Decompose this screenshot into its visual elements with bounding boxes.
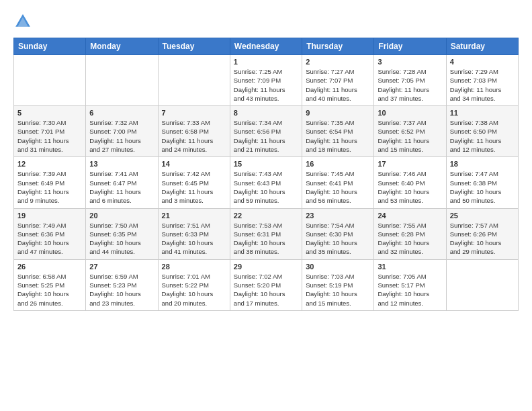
day-header-sunday: Sunday — [14, 38, 86, 55]
day-cell: 9Sunrise: 7:35 AM Sunset: 6:54 PM Daylig… — [302, 106, 374, 157]
day-header-monday: Monday — [86, 38, 158, 55]
day-cell: 2Sunrise: 7:27 AM Sunset: 7:07 PM Daylig… — [302, 55, 374, 106]
day-number: 7 — [162, 109, 226, 117]
day-number: 18 — [450, 160, 515, 168]
day-number: 6 — [89, 109, 154, 117]
day-number: 10 — [378, 109, 442, 117]
day-headers-row: SundayMondayTuesdayWednesdayThursdayFrid… — [14, 38, 519, 55]
day-cell: 12Sunrise: 7:39 AM Sunset: 6:49 PM Dayli… — [14, 157, 86, 208]
day-info: Sunrise: 7:01 AM Sunset: 5:22 PM Dayligh… — [162, 272, 226, 308]
day-header-saturday: Saturday — [446, 38, 518, 55]
day-header-tuesday: Tuesday — [158, 38, 230, 55]
day-info: Sunrise: 7:27 AM Sunset: 7:07 PM Dayligh… — [306, 67, 370, 103]
day-header-thursday: Thursday — [302, 38, 374, 55]
day-info: Sunrise: 7:35 AM Sunset: 6:54 PM Dayligh… — [306, 118, 370, 154]
day-cell: 3Sunrise: 7:28 AM Sunset: 7:05 PM Daylig… — [374, 55, 446, 106]
day-cell: 26Sunrise: 6:58 AM Sunset: 5:25 PM Dayli… — [14, 259, 86, 310]
day-info: Sunrise: 7:50 AM Sunset: 6:35 PM Dayligh… — [89, 221, 154, 257]
day-cell — [86, 55, 158, 106]
day-number: 15 — [234, 160, 298, 168]
day-cell: 24Sunrise: 7:55 AM Sunset: 6:28 PM Dayli… — [374, 208, 446, 259]
day-info: Sunrise: 7:47 AM Sunset: 6:38 PM Dayligh… — [450, 169, 515, 205]
day-cell: 19Sunrise: 7:49 AM Sunset: 6:36 PM Dayli… — [14, 208, 86, 259]
day-cell: 16Sunrise: 7:45 AM Sunset: 6:41 PM Dayli… — [302, 157, 374, 208]
week-row-5: 26Sunrise: 6:58 AM Sunset: 5:25 PM Dayli… — [14, 259, 519, 310]
day-cell: 10Sunrise: 7:37 AM Sunset: 6:52 PM Dayli… — [374, 106, 446, 157]
day-cell: 14Sunrise: 7:42 AM Sunset: 6:45 PM Dayli… — [158, 157, 230, 208]
day-number: 12 — [17, 160, 82, 168]
day-number: 19 — [17, 212, 82, 220]
day-info: Sunrise: 7:42 AM Sunset: 6:45 PM Dayligh… — [162, 169, 226, 205]
day-info: Sunrise: 7:39 AM Sunset: 6:49 PM Dayligh… — [17, 169, 82, 205]
day-info: Sunrise: 7:25 AM Sunset: 7:09 PM Dayligh… — [234, 67, 298, 103]
day-info: Sunrise: 7:03 AM Sunset: 5:19 PM Dayligh… — [306, 272, 370, 308]
day-header-friday: Friday — [374, 38, 446, 55]
day-info: Sunrise: 6:59 AM Sunset: 5:23 PM Dayligh… — [89, 272, 154, 308]
day-header-wednesday: Wednesday — [230, 38, 302, 55]
day-info: Sunrise: 7:05 AM Sunset: 5:17 PM Dayligh… — [378, 272, 442, 308]
day-info: Sunrise: 7:02 AM Sunset: 5:20 PM Dayligh… — [234, 272, 298, 308]
day-info: Sunrise: 7:54 AM Sunset: 6:30 PM Dayligh… — [306, 221, 370, 257]
day-number: 20 — [89, 212, 154, 220]
day-cell: 6Sunrise: 7:32 AM Sunset: 7:00 PM Daylig… — [86, 106, 158, 157]
day-number: 1 — [234, 58, 298, 66]
day-info: Sunrise: 6:58 AM Sunset: 5:25 PM Dayligh… — [17, 272, 82, 308]
day-info: Sunrise: 7:43 AM Sunset: 6:43 PM Dayligh… — [234, 169, 298, 205]
day-number: 8 — [234, 109, 298, 117]
day-info: Sunrise: 7:57 AM Sunset: 6:26 PM Dayligh… — [450, 221, 515, 257]
day-info: Sunrise: 7:38 AM Sunset: 6:50 PM Dayligh… — [450, 118, 515, 154]
day-number: 5 — [17, 109, 82, 117]
day-cell: 23Sunrise: 7:54 AM Sunset: 6:30 PM Dayli… — [302, 208, 374, 259]
logo — [13, 12, 35, 31]
day-cell: 18Sunrise: 7:47 AM Sunset: 6:38 PM Dayli… — [446, 157, 518, 208]
day-cell: 4Sunrise: 7:29 AM Sunset: 7:03 PM Daylig… — [446, 55, 518, 106]
day-cell: 11Sunrise: 7:38 AM Sunset: 6:50 PM Dayli… — [446, 106, 518, 157]
day-cell: 22Sunrise: 7:53 AM Sunset: 6:31 PM Dayli… — [230, 208, 302, 259]
day-cell: 17Sunrise: 7:46 AM Sunset: 6:40 PM Dayli… — [374, 157, 446, 208]
day-number: 27 — [89, 263, 154, 271]
day-number: 29 — [234, 263, 298, 271]
week-row-3: 12Sunrise: 7:39 AM Sunset: 6:49 PM Dayli… — [14, 157, 519, 208]
day-cell: 7Sunrise: 7:33 AM Sunset: 6:58 PM Daylig… — [158, 106, 230, 157]
day-number: 23 — [306, 212, 370, 220]
day-info: Sunrise: 7:45 AM Sunset: 6:41 PM Dayligh… — [306, 169, 370, 205]
day-info: Sunrise: 7:49 AM Sunset: 6:36 PM Dayligh… — [17, 221, 82, 257]
day-info: Sunrise: 7:30 AM Sunset: 7:01 PM Dayligh… — [17, 118, 82, 154]
day-number: 24 — [378, 212, 442, 220]
day-info: Sunrise: 7:37 AM Sunset: 6:52 PM Dayligh… — [378, 118, 442, 154]
day-cell: 27Sunrise: 6:59 AM Sunset: 5:23 PM Dayli… — [86, 259, 158, 310]
day-cell: 5Sunrise: 7:30 AM Sunset: 7:01 PM Daylig… — [14, 106, 86, 157]
day-cell: 15Sunrise: 7:43 AM Sunset: 6:43 PM Dayli… — [230, 157, 302, 208]
day-number: 17 — [378, 160, 442, 168]
week-row-4: 19Sunrise: 7:49 AM Sunset: 6:36 PM Dayli… — [14, 208, 519, 259]
day-number: 22 — [234, 212, 298, 220]
day-cell — [446, 259, 518, 310]
day-cell: 29Sunrise: 7:02 AM Sunset: 5:20 PM Dayli… — [230, 259, 302, 310]
day-cell: 1Sunrise: 7:25 AM Sunset: 7:09 PM Daylig… — [230, 55, 302, 106]
day-number: 16 — [306, 160, 370, 168]
day-info: Sunrise: 7:32 AM Sunset: 7:00 PM Dayligh… — [89, 118, 154, 154]
day-info: Sunrise: 7:41 AM Sunset: 6:47 PM Dayligh… — [89, 169, 154, 205]
day-info: Sunrise: 7:46 AM Sunset: 6:40 PM Dayligh… — [378, 169, 442, 205]
day-number: 4 — [450, 58, 515, 66]
day-cell: 25Sunrise: 7:57 AM Sunset: 6:26 PM Dayli… — [446, 208, 518, 259]
day-cell: 21Sunrise: 7:51 AM Sunset: 6:33 PM Dayli… — [158, 208, 230, 259]
week-row-1: 1Sunrise: 7:25 AM Sunset: 7:09 PM Daylig… — [14, 55, 519, 106]
header — [13, 12, 519, 31]
page: SundayMondayTuesdayWednesdayThursdayFrid… — [0, 0, 532, 323]
day-cell: 28Sunrise: 7:01 AM Sunset: 5:22 PM Dayli… — [158, 259, 230, 310]
day-cell: 20Sunrise: 7:50 AM Sunset: 6:35 PM Dayli… — [86, 208, 158, 259]
day-info: Sunrise: 7:55 AM Sunset: 6:28 PM Dayligh… — [378, 221, 442, 257]
day-info: Sunrise: 7:33 AM Sunset: 6:58 PM Dayligh… — [162, 118, 226, 154]
day-info: Sunrise: 7:51 AM Sunset: 6:33 PM Dayligh… — [162, 221, 226, 257]
day-number: 31 — [378, 263, 442, 271]
day-cell: 31Sunrise: 7:05 AM Sunset: 5:17 PM Dayli… — [374, 259, 446, 310]
day-info: Sunrise: 7:28 AM Sunset: 7:05 PM Dayligh… — [378, 67, 442, 103]
day-info: Sunrise: 7:53 AM Sunset: 6:31 PM Dayligh… — [234, 221, 298, 257]
day-number: 2 — [306, 58, 370, 66]
day-number: 14 — [162, 160, 226, 168]
calendar: SundayMondayTuesdayWednesdayThursdayFrid… — [13, 38, 519, 311]
day-number: 25 — [450, 212, 515, 220]
day-number: 30 — [306, 263, 370, 271]
week-row-2: 5Sunrise: 7:30 AM Sunset: 7:01 PM Daylig… — [14, 106, 519, 157]
